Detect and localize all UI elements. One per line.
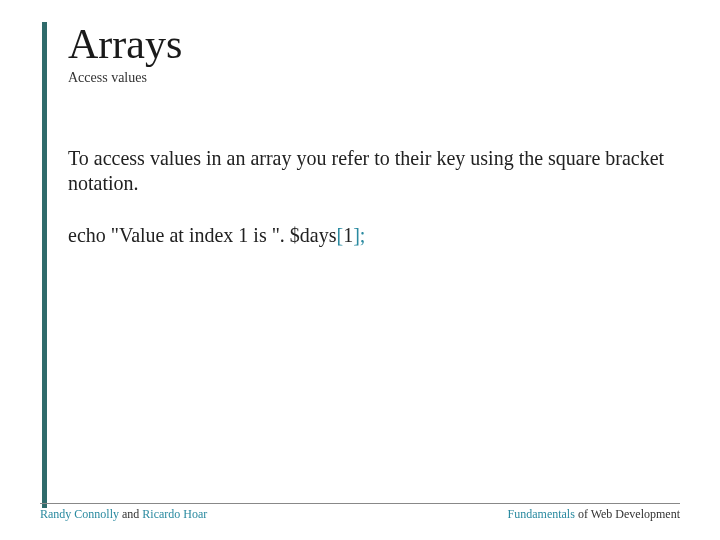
body-paragraph: To access values in an array you refer t… [68,146,680,196]
slide-content: Arrays Access values To access values in… [68,20,680,247]
book-title-rest: of Web Development [575,507,680,521]
code-prefix: echo "Value at index 1 is ". $days [68,224,337,246]
code-semicolon: ; [360,224,366,246]
code-index: 1 [343,224,353,246]
slide-title: Arrays [68,20,680,68]
footer-authors: Randy Connolly and Ricardo Hoar [40,507,207,522]
slide-footer: Randy Connolly and Ricardo Hoar Fundamen… [40,503,680,522]
code-example: echo "Value at index 1 is ". $days[1]; [68,224,680,247]
code-close: ] [353,224,360,246]
author-separator: and [119,507,142,521]
author2: Ricardo Hoar [142,507,207,521]
author1: Randy Connolly [40,507,119,521]
slide: Arrays Access values To access values in… [0,0,720,540]
footer-book: Fundamentals of Web Development [508,507,680,522]
book-title-strong: Fundamentals [508,507,575,521]
footer-row: Randy Connolly and Ricardo Hoar Fundamen… [40,507,680,522]
accent-bar [42,22,47,508]
footer-divider [40,503,680,504]
slide-subtitle: Access values [68,70,680,86]
